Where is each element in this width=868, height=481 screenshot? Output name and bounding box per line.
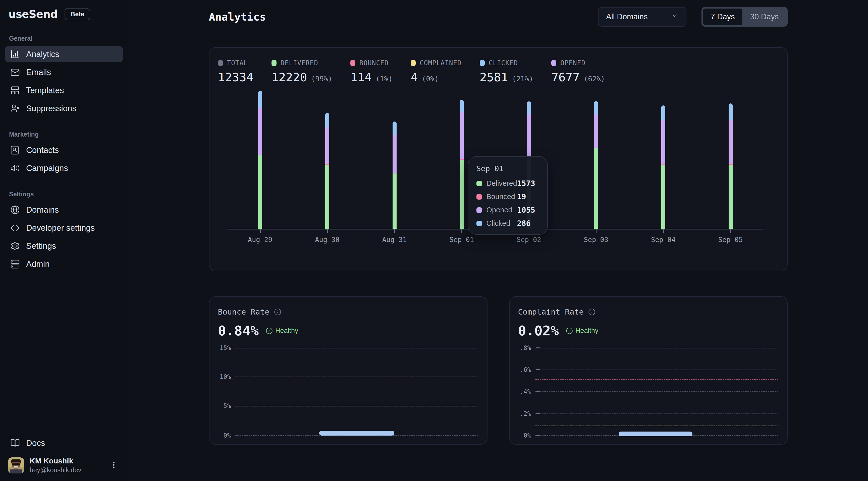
sidebar-item-contacts[interactable]: Contacts — [5, 142, 123, 158]
code-icon — [10, 223, 20, 233]
sidebar-item-settings[interactable]: Settings — [5, 238, 123, 254]
globe-icon — [10, 205, 20, 215]
health-status-badge: Healthy — [566, 327, 598, 334]
health-status-label: Healthy — [275, 327, 299, 334]
tooltip-label: Clicked — [487, 219, 517, 227]
main-area: Analytics All Domains 7 Days30 Days TOTA… — [128, 0, 868, 481]
book-open-icon — [10, 438, 20, 448]
gridline-.4pct — [535, 391, 778, 392]
stat-dot — [551, 60, 556, 66]
check-circle-icon — [566, 327, 573, 334]
tooltip-value: 286 — [517, 219, 531, 228]
y-axis-label: 15% — [210, 344, 231, 351]
sidebar-item-analytics[interactable]: Analytics — [5, 46, 123, 62]
sidebar-item-templates[interactable]: Templates — [5, 82, 123, 98]
chart-column-icon — [10, 49, 20, 59]
health-status-badge: Healthy — [266, 327, 299, 334]
y-axis-label: .2% — [509, 410, 531, 417]
bar-sep-01[interactable] — [460, 100, 464, 229]
sidebar-item-admin[interactable]: Admin — [5, 256, 123, 272]
y-axis-label: .6% — [509, 366, 531, 373]
stat-complained: COMPLAINED4(0%) — [411, 59, 462, 84]
tooltip-value: 1573 — [517, 179, 535, 188]
rate-bar[interactable] — [319, 431, 394, 436]
bar-segment-opened — [661, 120, 665, 164]
megaphone-icon — [10, 163, 20, 173]
sidebar-item-developer-settings[interactable]: Developer settings — [5, 220, 123, 236]
x-axis-tick — [731, 229, 731, 233]
sidebar-item-label: Admin — [26, 259, 50, 269]
logo-row: useSend Beta — [5, 6, 123, 20]
x-axis-label: Aug 30 — [315, 236, 340, 244]
stat-percentage: (21%) — [512, 75, 533, 83]
bar-segment-clicked — [460, 100, 464, 112]
bar-aug-29[interactable] — [258, 91, 262, 229]
user-row[interactable]: KM Koushik hey@koushik.dev — [5, 453, 123, 474]
x-axis-label: Sep 03 — [584, 236, 609, 244]
range-option-7-days[interactable]: 7 Days — [703, 8, 742, 25]
threshold-line-yellow — [535, 425, 778, 426]
contact-book-icon — [10, 145, 20, 155]
stat-bounced: BOUNCED114(1%) — [350, 59, 393, 84]
gridline-.6pct — [535, 370, 778, 370]
chevron-down-icon — [671, 12, 678, 22]
bar-segment-clicked — [258, 91, 262, 108]
bounce-rate-card: Bounce Rate0.84%Healthy15%10%5%0% — [209, 296, 488, 445]
sidebar-item-docs[interactable]: Docs — [5, 435, 123, 451]
info-icon[interactable] — [588, 308, 595, 316]
bar-segment-opened — [258, 108, 262, 155]
user-x-icon — [10, 103, 20, 114]
app-logo: useSend — [8, 8, 58, 20]
bar-sep-05[interactable] — [728, 103, 733, 229]
sidebar-item-campaigns[interactable]: Campaigns — [5, 160, 123, 176]
tooltip-value: 1055 — [517, 205, 535, 214]
stat-value: 4 — [411, 70, 418, 84]
y-axis-tick — [536, 435, 540, 436]
bar-segment-opened — [594, 114, 598, 148]
gridline-.2pct — [535, 414, 778, 414]
stat-delivered: DELIVERED12220(99%) — [272, 59, 332, 84]
sidebar-item-label: Contacts — [26, 146, 59, 155]
sidebar-item-domains[interactable]: Domains — [5, 202, 123, 218]
avatar — [8, 457, 24, 474]
rate-value: 0.02% — [518, 323, 559, 339]
y-axis-label: .4% — [509, 388, 531, 395]
y-axis-tick — [536, 369, 540, 370]
sidebar-item-emails[interactable]: Emails — [5, 64, 123, 80]
stat-value: 114 — [350, 70, 372, 84]
user-name: KM Koushik — [30, 457, 82, 465]
stat-label: TOTAL — [227, 59, 248, 67]
tooltip-swatch — [476, 221, 482, 226]
bar-sep-04[interactable] — [661, 105, 665, 229]
x-axis-tick — [596, 229, 596, 233]
y-axis-label: 10% — [210, 373, 231, 380]
bar-segment-clicked — [728, 103, 733, 120]
sidebar-item-suppressions[interactable]: Suppressions — [5, 100, 123, 116]
stat-value: 12220 — [272, 70, 307, 84]
range-option-30-days[interactable]: 30 Days — [743, 8, 786, 25]
bar-aug-30[interactable] — [325, 113, 329, 229]
sidebar-nav: GeneralAnalyticsEmailsTemplatesSuppressi… — [5, 20, 123, 274]
info-icon[interactable] — [274, 308, 281, 316]
domain-select[interactable]: All Domains — [598, 7, 686, 27]
user-email: hey@koushik.dev — [30, 466, 82, 474]
sidebar-item-label: Templates — [26, 86, 64, 95]
beta-badge: Beta — [65, 8, 90, 20]
bar-segment-clicked — [661, 105, 665, 120]
bar-aug-31[interactable] — [393, 122, 397, 229]
sidebar-section-label: General — [9, 35, 123, 42]
bar-segment-opened — [728, 120, 733, 164]
bar-sep-03[interactable] — [594, 101, 598, 229]
stat-total: TOTAL12334 — [218, 59, 253, 84]
gear-icon — [10, 241, 20, 251]
tooltip-label: Bounced — [487, 193, 517, 201]
user-menu-button[interactable] — [107, 458, 120, 473]
stat-label: OPENED — [560, 59, 585, 67]
tooltip-row-clicked: Clicked286 — [476, 219, 540, 228]
bar-segment-opened — [460, 112, 464, 159]
bar-segment-delivered — [460, 160, 464, 229]
bar-segment-delivered — [325, 165, 329, 229]
docs-label: Docs — [26, 438, 45, 448]
bar-segment-delivered — [661, 165, 665, 229]
rate-bar[interactable] — [619, 431, 693, 436]
